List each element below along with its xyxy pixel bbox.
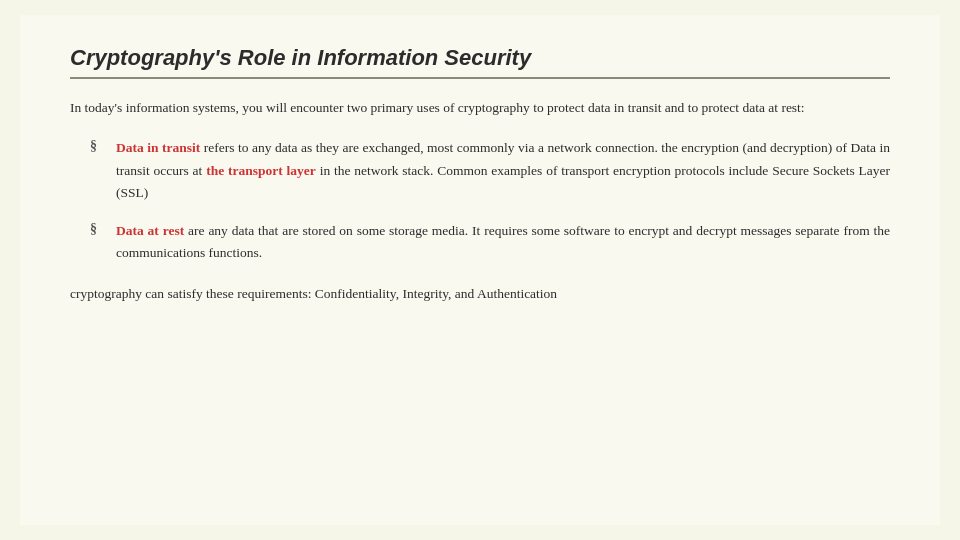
intro-paragraph: In today's information systems, you will… (70, 97, 890, 119)
term-data-at-rest: Data at rest (116, 223, 184, 238)
title-divider (70, 77, 890, 79)
footer-paragraph: cryptography can satisfy these requireme… (70, 283, 890, 305)
term-data-in-transit: Data in transit (116, 140, 200, 155)
bullet-text-rest: are any data that are stored on some sto… (116, 223, 890, 260)
term-transport-layer: the transport layer (206, 163, 316, 178)
bullet-icon-1: § (90, 138, 108, 154)
bullet-item-transit: § Data in transit refers to any data as … (90, 137, 890, 204)
slide-title: Cryptography's Role in Information Secur… (70, 45, 890, 71)
bullet-content-rest: Data at rest are any data that are store… (116, 220, 890, 265)
slide-container: Cryptography's Role in Information Secur… (20, 15, 940, 525)
bullet-content-transit: Data in transit refers to any data as th… (116, 137, 890, 204)
bullet-item-rest: § Data at rest are any data that are sto… (90, 220, 890, 265)
bullet-icon-2: § (90, 221, 108, 237)
bullet-list: § Data in transit refers to any data as … (90, 137, 890, 264)
